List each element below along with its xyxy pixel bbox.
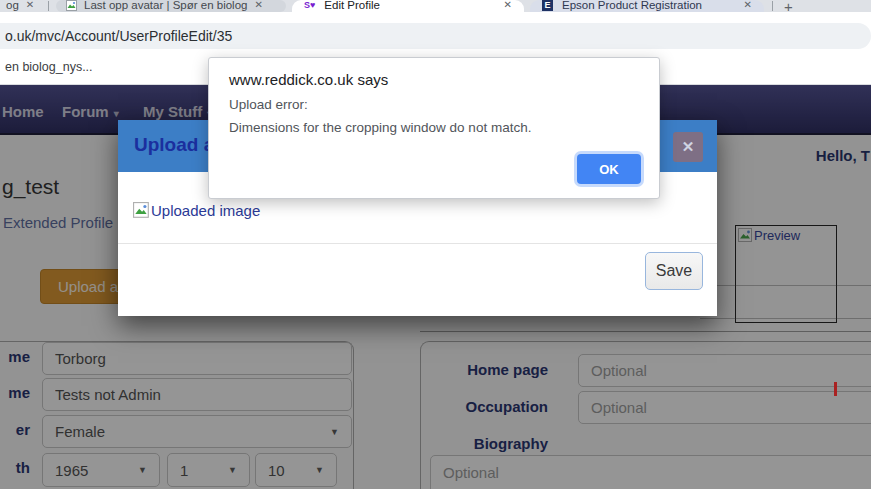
- hidden-error-text-sliver: [834, 382, 837, 396]
- alert-message-line2: Dimensions for the cropping window do no…: [229, 120, 531, 135]
- modal-footer-divider: [118, 243, 717, 244]
- broken-image-icon: [133, 202, 150, 219]
- site-favicon-icon: S♥: [304, 0, 315, 10]
- tab-label: Edit Profile: [324, 0, 494, 11]
- tab-close-icon[interactable]: ✕: [744, 0, 752, 10]
- ok-button[interactable]: OK: [577, 154, 641, 184]
- tab-biolog[interactable]: Last opp avatar | Spør en biolog ✕: [56, 0, 286, 12]
- url-text: o.uk/mvc/Account/UserProfileEdit/35: [5, 28, 232, 44]
- javascript-alert-dialog: www.reddick.co.uk says Upload error: Dim…: [208, 57, 660, 199]
- broken-uploaded-image: Uploaded image: [133, 202, 260, 219]
- tab-label: og: [6, 0, 19, 11]
- tab-edit-profile[interactable]: S♥ Edit Profile ✕: [292, 0, 524, 12]
- tab-close-icon[interactable]: ✕: [254, 0, 262, 10]
- tab-partial[interactable]: og ✕: [6, 0, 34, 12]
- alert-title: www.reddick.co.uk says: [229, 71, 388, 88]
- address-bar[interactable]: o.uk/mvc/Account/UserProfileEdit/35: [0, 23, 871, 49]
- uploaded-image-alt-text: Uploaded image: [151, 202, 260, 219]
- tab-separator: [48, 1, 49, 11]
- modal-close-button[interactable]: ✕: [673, 132, 703, 162]
- tab-strip: og ✕ Last opp avatar | Spør en biolog ✕ …: [0, 0, 871, 12]
- modal-body: Uploaded image: [133, 202, 260, 219]
- new-tab-button[interactable]: +: [784, 0, 793, 15]
- save-button[interactable]: Save: [645, 252, 703, 290]
- tab-epson[interactable]: E Epson Product Registration ✕: [530, 0, 764, 12]
- tab-close-icon[interactable]: ✕: [504, 0, 512, 10]
- tab-label: Last opp avatar | Spør en biolog: [84, 0, 247, 11]
- page-favicon-icon: [66, 0, 77, 11]
- tab-close-icon[interactable]: ✕: [26, 0, 34, 10]
- bookmark-item[interactable]: en biolog_nys...: [5, 60, 93, 74]
- close-icon: ✕: [682, 138, 695, 155]
- tab-separator: [772, 1, 773, 11]
- tab-label: Epson Product Registration: [562, 0, 735, 11]
- epson-favicon-icon: E: [542, 0, 553, 11]
- alert-message-line1: Upload error:: [229, 97, 308, 112]
